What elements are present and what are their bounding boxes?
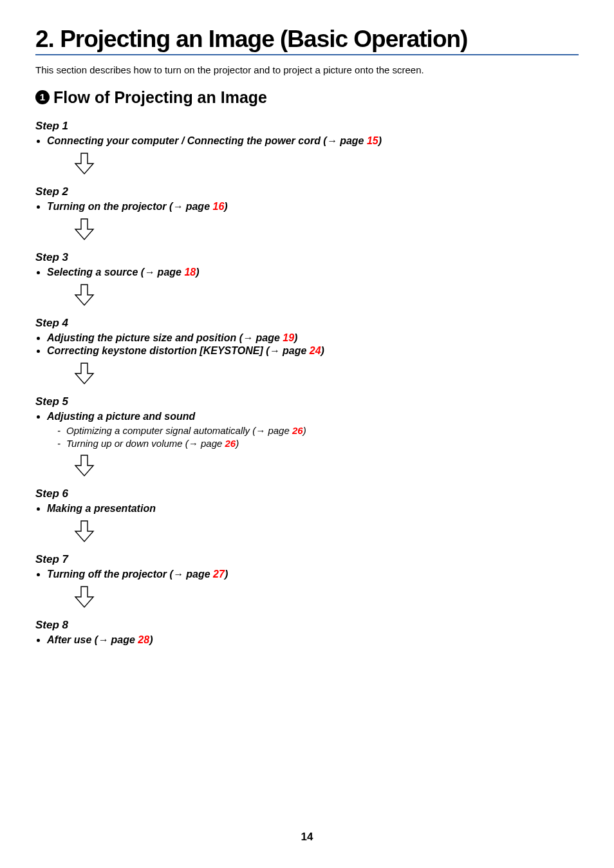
section-heading-text: Flow of Projecting an Image [53, 88, 267, 106]
page-link[interactable]: 18 [184, 267, 196, 278]
step-subitem: Turning up or down volume (→ page 26) [66, 438, 579, 449]
down-arrow-icon [71, 151, 579, 176]
bullet-number-icon: 1 [35, 90, 50, 108]
step-item: After use (→ page 28) [47, 634, 579, 646]
step-item: Selecting a source (→ page 18) [47, 267, 579, 278]
page-link[interactable]: 16 [212, 201, 224, 212]
steps-flow: Step 1Connecting your computer / Connect… [35, 120, 579, 646]
page-link[interactable]: 27 [213, 569, 225, 580]
step-item: Turning off the projector (→ page 27) [47, 569, 579, 580]
down-arrow-icon [71, 216, 579, 242]
page-link[interactable]: 26 [292, 425, 303, 436]
down-arrow-icon [71, 361, 579, 386]
page-link[interactable]: 24 [310, 345, 321, 356]
step-title: Step 7 [35, 553, 579, 566]
page-link[interactable]: 26 [225, 438, 236, 449]
step-items: After use (→ page 28) [35, 634, 579, 646]
step-title: Step 8 [35, 619, 579, 632]
chapter-title: 2. Projecting an Image (Basic Operation) [35, 26, 579, 55]
step-title: Step 3 [35, 251, 579, 264]
step-items: Making a presentation [35, 503, 579, 514]
step-items: Adjusting a picture and soundOptimizing … [35, 411, 579, 449]
page-link[interactable]: 28 [138, 634, 149, 645]
step-item: Adjusting the picture size and position … [47, 332, 579, 344]
section-heading: 1 Flow of Projecting an Image [35, 88, 579, 108]
step-title: Step 4 [35, 317, 579, 330]
step-subitems: Optimizing a computer signal automatical… [47, 425, 579, 449]
step-title: Step 1 [35, 120, 579, 133]
down-arrow-icon [71, 282, 579, 308]
down-arrow-icon [71, 453, 579, 478]
step-items: Turning off the projector (→ page 27) [35, 569, 579, 580]
down-arrow-icon [71, 518, 579, 544]
step-subitem: Optimizing a computer signal automatical… [66, 425, 579, 436]
step-items: Adjusting the picture size and position … [35, 332, 579, 357]
step-items: Turning on the projector (→ page 16) [35, 201, 579, 212]
page-number: 14 [0, 831, 614, 844]
page-link[interactable]: 15 [367, 135, 378, 146]
step-title: Step 5 [35, 395, 579, 408]
step-item: Adjusting a picture and soundOptimizing … [47, 411, 579, 449]
step-item: Making a presentation [47, 503, 579, 514]
step-items: Connecting your computer / Connecting th… [35, 135, 579, 147]
step-items: Selecting a source (→ page 18) [35, 267, 579, 278]
svg-text:1: 1 [40, 91, 45, 102]
down-arrow-icon [71, 584, 579, 610]
step-item: Connecting your computer / Connecting th… [47, 135, 579, 147]
intro-text: This section describes how to turn on th… [35, 64, 579, 75]
step-title: Step 2 [35, 185, 579, 198]
page-link[interactable]: 19 [283, 332, 294, 343]
step-item: Correcting keystone distortion [KEYSTONE… [47, 345, 579, 357]
step-title: Step 6 [35, 487, 579, 500]
step-item: Turning on the projector (→ page 16) [47, 201, 579, 212]
